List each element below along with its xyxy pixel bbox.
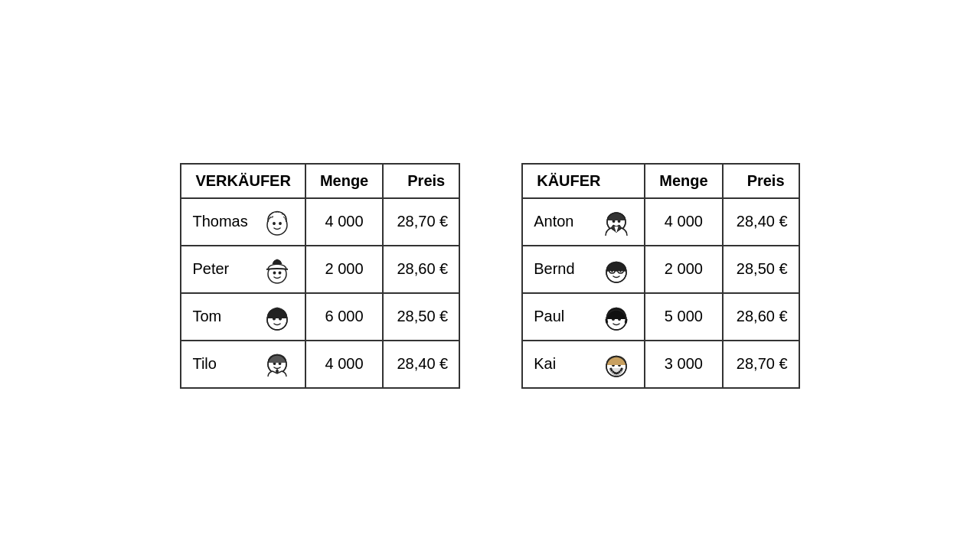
person-avatar: [260, 300, 294, 334]
name-cell: Kai: [522, 341, 645, 388]
name-cell: Bernd: [522, 246, 645, 293]
buyers-table-wrapper: KÄUFER Menge Preis Anton 4 00028,40 €Ber…: [521, 163, 799, 389]
svg-point-35: [613, 371, 614, 372]
table-row: Bernd 2 00028,50 €: [522, 246, 799, 293]
person-avatar: [260, 253, 294, 286]
svg-point-39: [619, 371, 620, 372]
svg-point-1: [273, 222, 275, 223]
main-content: VERKÄUFER Menge Preis Thomas: [180, 163, 799, 389]
table-row: Peter 2 00028,60 €: [181, 246, 459, 293]
buyers-header-name: KÄUFER: [522, 164, 645, 198]
person-avatar: [599, 347, 633, 381]
svg-point-11: [273, 362, 275, 364]
person-name: Tom: [192, 308, 221, 325]
person-avatar: [599, 300, 633, 334]
svg-point-16: [619, 220, 620, 221]
sellers-header-menge: Menge: [305, 164, 383, 198]
person-name: Tilo: [192, 355, 216, 373]
person-avatar: [260, 205, 294, 239]
buyers-header-preis: Preis: [723, 164, 799, 198]
preis-cell: 28,40 €: [383, 341, 459, 388]
person-avatar: [599, 205, 633, 239]
preis-cell: 28,60 €: [383, 246, 459, 293]
sellers-table: VERKÄUFER Menge Preis Thomas: [180, 163, 460, 389]
preis-cell: 28,60 €: [723, 293, 799, 341]
menge-cell: 2 000: [645, 246, 722, 293]
menge-cell: 2 000: [305, 246, 383, 293]
preis-cell: 28,70 €: [723, 341, 799, 388]
svg-point-2: [279, 222, 281, 223]
person-name: Thomas: [192, 213, 247, 230]
person-name: Paul: [534, 308, 564, 325]
buyers-header-menge: Menge: [645, 164, 722, 198]
sellers-table-wrapper: VERKÄUFER Menge Preis Thomas: [180, 163, 460, 389]
menge-cell: 4 000: [305, 198, 383, 246]
person-avatar: [599, 253, 633, 286]
svg-point-12: [279, 362, 280, 364]
person-name: Peter: [192, 260, 229, 278]
name-cell: Anton: [522, 198, 645, 246]
svg-point-37: [616, 373, 617, 373]
svg-point-5: [279, 272, 280, 273]
menge-cell: 4 000: [305, 341, 383, 388]
svg-point-36: [615, 372, 616, 373]
svg-point-15: [613, 220, 615, 221]
person-avatar: [260, 347, 294, 381]
svg-point-41: [611, 368, 612, 369]
name-cell: Tom: [181, 293, 305, 341]
person-name: Bernd: [534, 260, 574, 278]
buyers-table: KÄUFER Menge Preis Anton 4 00028,40 €Ber…: [521, 163, 799, 389]
table-row: Kai 3 00028,70 €: [522, 341, 799, 388]
preis-cell: 28,70 €: [383, 198, 459, 246]
table-row: Thomas 4 00028,70 €: [181, 198, 459, 246]
table-row: Anton 4 00028,40 €: [522, 198, 799, 246]
menge-cell: 6 000: [305, 293, 383, 341]
table-row: Paul 5 00028,60 €: [522, 293, 799, 341]
svg-point-4: [273, 272, 275, 273]
menge-cell: 4 000: [645, 198, 722, 246]
table-row: Tom 6 00028,50 €: [181, 293, 459, 341]
preis-cell: 28,40 €: [723, 198, 799, 246]
name-cell: Tilo: [181, 341, 305, 388]
svg-point-34: [612, 370, 612, 370]
svg-point-42: [622, 368, 622, 369]
svg-point-38: [618, 372, 619, 373]
preis-cell: 28,50 €: [723, 246, 799, 293]
sellers-header-preis: Preis: [383, 164, 459, 198]
sellers-header-name: VERKÄUFER: [181, 164, 305, 198]
name-cell: Peter: [181, 246, 305, 293]
name-cell: Thomas: [181, 198, 305, 246]
person-name: Anton: [534, 213, 573, 230]
menge-cell: 5 000: [645, 293, 722, 341]
table-row: Tilo 4 00028,40 €: [181, 341, 459, 388]
name-cell: Paul: [522, 293, 645, 341]
menge-cell: 3 000: [645, 341, 722, 388]
preis-cell: 28,50 €: [383, 293, 459, 341]
person-name: Kai: [534, 355, 556, 373]
svg-point-40: [621, 370, 622, 370]
